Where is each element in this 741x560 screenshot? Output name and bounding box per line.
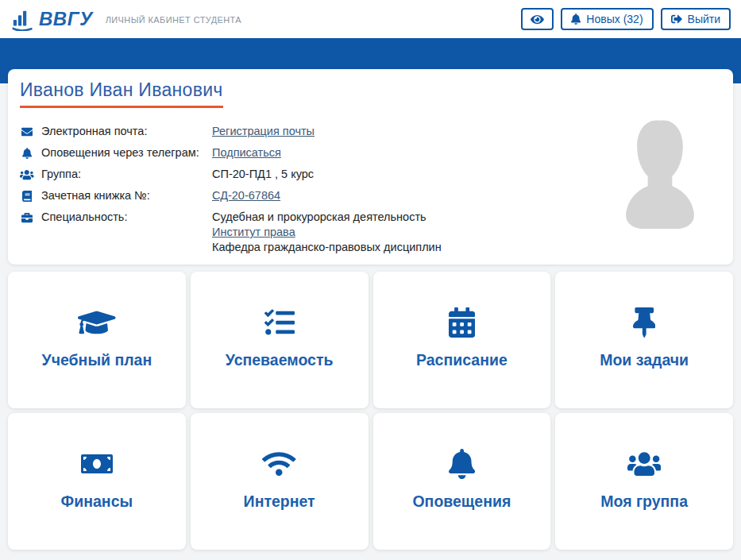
- institute-link[interactable]: Институт права: [212, 225, 442, 240]
- money-bill-icon: [81, 448, 113, 480]
- tile-label: Финансы: [61, 492, 133, 511]
- thumbtack-icon: [633, 307, 656, 338]
- tile-study-plan[interactable]: Учебный план: [8, 272, 186, 408]
- logo[interactable]: ВВГУ: [10, 7, 93, 31]
- tile-label: Оповещения: [412, 492, 511, 511]
- notifications-button[interactable]: Новых (32): [561, 8, 653, 30]
- tile-label: Интернет: [244, 492, 315, 511]
- tile-my-tasks[interactable]: Мои задачи: [555, 272, 733, 408]
- profile-card: Иванов Иван Иванович Электронная почта: …: [8, 69, 733, 265]
- person-silhouette-icon: [622, 222, 698, 235]
- tile-schedule[interactable]: Расписание: [373, 272, 551, 408]
- tile-label: Успеваемость: [226, 351, 334, 369]
- notifications-button-label: Новых (32): [586, 14, 643, 25]
- tile-label: Мои задачи: [600, 351, 689, 369]
- profile-info-rows: Электронная почта: Регистрация почты Опо…: [20, 121, 721, 258]
- profile-row-specialty: Специальность: Судебная и прокурорская д…: [20, 207, 721, 258]
- tile-label: Моя группа: [600, 492, 688, 511]
- checklist-icon: [264, 307, 295, 338]
- tile-label: Учебный план: [42, 351, 152, 369]
- row-label-text: Электронная почта:: [41, 124, 147, 139]
- sign-out-icon: [671, 14, 682, 25]
- gradebook-number-link[interactable]: СД-20-67864: [212, 188, 280, 203]
- graduation-cap-icon: [78, 307, 116, 338]
- tile-label: Расписание: [416, 351, 508, 369]
- tile-finances[interactable]: Финансы: [8, 413, 186, 550]
- calendar-icon: [449, 307, 475, 338]
- top-header: ВВГУ ЛИЧНЫЙ КАБИНЕТ СТУДЕНТА Новых (32) …: [0, 0, 741, 38]
- bell-icon: [571, 14, 581, 25]
- briefcase-icon: [20, 212, 34, 223]
- bar-chart-logo-icon: [10, 7, 36, 31]
- main-content: Иванов Иван Иванович Электронная почта: …: [0, 69, 741, 550]
- profile-row-telegram: Оповещения через телеграм: Подписаться: [20, 142, 721, 164]
- logout-button[interactable]: Выйти: [661, 8, 731, 30]
- wifi-icon: [262, 448, 296, 480]
- tile-performance[interactable]: Успеваемость: [191, 272, 369, 408]
- users-icon: [20, 169, 34, 180]
- avatar: [622, 114, 698, 233]
- bell-icon: [20, 148, 34, 159]
- row-label-text: Специальность:: [41, 210, 127, 225]
- tiles-grid: Учебный план Успеваемость Расписание Мои…: [8, 272, 733, 550]
- tile-my-group[interactable]: Моя группа: [555, 413, 733, 550]
- users-group-icon: [627, 448, 662, 480]
- tile-notifications[interactable]: Оповещения: [373, 413, 551, 550]
- tile-internet[interactable]: Интернет: [191, 413, 369, 550]
- logout-button-label: Выйти: [688, 14, 720, 25]
- envelope-icon: [20, 126, 34, 137]
- row-label-text: Оповещения через телеграм:: [41, 145, 199, 160]
- profile-row-gradebook: Зачетная книжка №: СД-20-67864: [20, 185, 721, 207]
- row-label-text: Группа:: [41, 167, 81, 182]
- logo-text: ВВГУ: [39, 10, 93, 29]
- group-value: СП-20-ПД1 , 5 курс: [212, 167, 314, 182]
- telegram-subscribe-link[interactable]: Подписаться: [212, 145, 281, 160]
- profile-row-group: Группа: СП-20-ПД1 , 5 курс: [20, 164, 721, 185]
- eye-icon: [531, 14, 544, 25]
- profile-row-email: Электронная почта: Регистрация почты: [20, 121, 721, 142]
- student-name: Иванов Иван Иванович: [20, 79, 223, 108]
- bell-icon: [449, 448, 475, 480]
- page-title: ЛИЧНЫЙ КАБИНЕТ СТУДЕНТА: [106, 14, 241, 25]
- header-actions: Новых (32) Выйти: [521, 8, 731, 30]
- specialty-value: Судебная и прокурорская деятельность: [212, 210, 442, 225]
- row-label-text: Зачетная книжка №:: [41, 188, 150, 203]
- email-registration-link[interactable]: Регистрация почты: [212, 124, 315, 139]
- eye-button[interactable]: [521, 8, 554, 30]
- department-value: Кафедра гражданско-правовых дисциплин: [212, 240, 442, 255]
- book-icon: [20, 191, 34, 202]
